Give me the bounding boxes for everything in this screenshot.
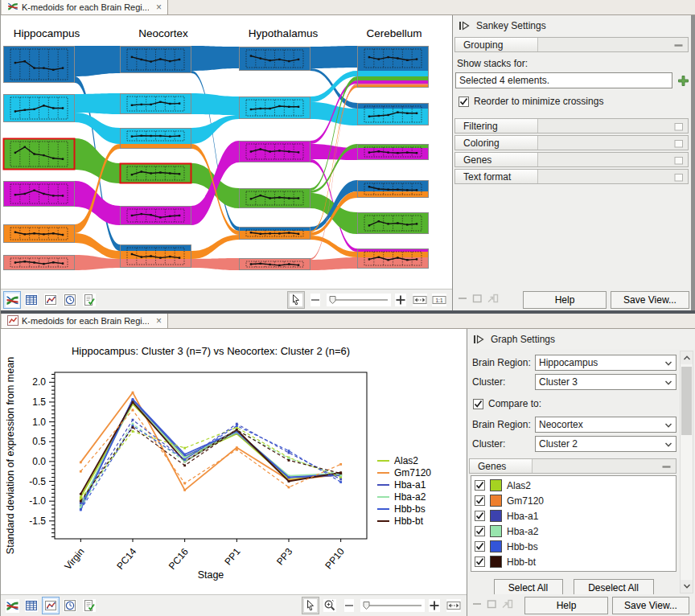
expand-icon[interactable] [674, 121, 684, 132]
collapse-icon[interactable] [673, 40, 684, 51]
close-icon[interactable]: × [156, 2, 162, 12]
expression-profile-chart[interactable]: Hippocampus: Cluster 3 (n=7) vs Neocorte… [1, 329, 467, 594]
cursor-icon[interactable] [302, 597, 319, 614]
gene-row[interactable]: Gm7120 [471, 493, 676, 508]
selected-value: Cluster 3 [539, 376, 578, 388]
sankey-view-icon[interactable] [3, 597, 21, 614]
field-label: Brain Region: [472, 419, 535, 430]
compare-checkbox-row[interactable]: Compare to: [473, 398, 695, 409]
tab-sankey-view[interactable]: K-medoids for each Brain Regi... × [1, 0, 168, 14]
x-axis-label: Stage [198, 569, 224, 581]
one-to-one-icon[interactable]: 1:1 [430, 291, 448, 309]
field-label: Cluster: [472, 438, 535, 450]
cursor-icon[interactable] [287, 291, 305, 309]
sankey-toolbar: 1:1 [1, 289, 452, 310]
sankey-link[interactable] [310, 257, 357, 270]
section-coloring[interactable]: Coloring [454, 135, 689, 150]
expand-icon[interactable] [674, 172, 684, 183]
sankey-link[interactable] [191, 235, 239, 259]
gene-checkbox[interactable] [475, 495, 485, 506]
section-label: Text format [463, 171, 511, 183]
svg-text:Virgin: Virgin [62, 546, 86, 572]
section-genes[interactable]: Genes [469, 458, 676, 474]
panel-expander-icon[interactable] [459, 21, 470, 31]
sankey-link[interactable] [310, 71, 357, 102]
gene-checkbox[interactable] [475, 556, 485, 567]
gene-row[interactable]: Hba-a2 [471, 524, 676, 539]
gene-row[interactable]: Hba-a1 [471, 508, 676, 524]
tab-graph-view[interactable]: K-medoids for each Brain Regi... × [1, 314, 168, 328]
reorder-checkbox[interactable] [459, 97, 469, 107]
gene-row[interactable]: Alas2 [471, 478, 676, 493]
gene-name: Alas2 [507, 480, 531, 491]
table-view-icon[interactable] [23, 291, 40, 309]
collapse-icon[interactable] [661, 462, 672, 472]
scroll-up-button[interactable] [681, 351, 693, 364]
plus-icon[interactable] [426, 597, 443, 614]
close-icon[interactable]: × [156, 316, 162, 326]
scrollbar-track[interactable] [681, 364, 693, 580]
save-view-button[interactable]: Save View... [611, 291, 689, 309]
plus-icon[interactable] [392, 291, 409, 309]
notes-view-icon[interactable] [80, 291, 98, 309]
stacks-selection-field[interactable]: Selected 4 elements. [455, 72, 672, 88]
save-view-button[interactable]: Save View... [612, 597, 689, 614]
gene-row[interactable]: Hbb-bs [471, 539, 676, 554]
sankey-link[interactable] [75, 138, 120, 183]
float-panel-icon [472, 294, 483, 306]
sankey-link[interactable] [310, 76, 357, 191]
sankey-tab-icon [7, 1, 19, 14]
minus-icon[interactable] [306, 291, 324, 309]
panel-scrollbar[interactable] [691, 15, 695, 310]
sankey-view-icon[interactable] [3, 291, 21, 309]
sankey-view: HippocampusNeocortexHypothalamusCerebell… [1, 15, 453, 310]
expand-icon[interactable] [674, 155, 684, 166]
form-row: Brain Region:Neocortex [472, 417, 676, 433]
section-grouping[interactable]: Grouping [454, 37, 689, 52]
reorder-checkbox-row[interactable]: Reorder to minimize crossings [459, 96, 695, 107]
expand-icon[interactable] [674, 138, 684, 149]
minus-icon[interactable] [340, 597, 358, 614]
zoom-slider[interactable] [327, 294, 391, 306]
history-view-icon[interactable] [61, 597, 79, 614]
sankey-link[interactable] [75, 93, 120, 114]
section-genes[interactable]: Genes [454, 152, 689, 167]
gene-checkbox[interactable] [475, 480, 485, 491]
gene-checkbox[interactable] [475, 511, 485, 521]
sankey-link[interactable] [191, 115, 239, 144]
panel-expander-icon[interactable] [473, 335, 484, 344]
gene-checkbox[interactable] [475, 526, 485, 536]
compare-checkbox[interactable] [473, 399, 483, 409]
fit-width-icon[interactable] [445, 597, 463, 614]
brain-region-select[interactable]: Hippocampus [535, 355, 676, 371]
help-button[interactable]: Help [523, 291, 607, 309]
chevron-down-icon [664, 380, 672, 386]
brain-region-select[interactable]: Neocortex [535, 417, 676, 433]
sankey-link[interactable] [191, 46, 239, 71]
chart-title: Hippocampus: Cluster 3 (n=7) vs Neocorte… [72, 345, 350, 357]
add-selection-button[interactable] [676, 74, 689, 87]
gene-row[interactable]: Hbb-bt [471, 554, 676, 569]
fit-width-icon[interactable] [411, 291, 429, 309]
zoom-in-icon[interactable] [321, 597, 339, 614]
graph-view-icon[interactable] [42, 597, 60, 614]
section-filtering[interactable]: Filtering [454, 118, 689, 133]
cluster-select[interactable]: Cluster 2 [535, 436, 676, 452]
settings-scrollbar[interactable] [680, 351, 693, 593]
zoom-slider[interactable] [360, 599, 425, 612]
sankey-link[interactable] [191, 258, 239, 270]
scroll-down-button[interactable] [681, 580, 693, 593]
scroll-thumb[interactable] [681, 367, 692, 435]
history-view-icon[interactable] [61, 291, 79, 309]
notes-view-icon[interactable] [80, 597, 98, 614]
cluster-select[interactable]: Cluster 3 [535, 374, 676, 390]
graph-view-icon[interactable] [42, 291, 60, 309]
sankey-link[interactable] [310, 46, 357, 68]
gene-checkbox[interactable] [475, 541, 485, 552]
section-text-format[interactable]: Text format [454, 169, 689, 184]
help-button[interactable]: Help [524, 597, 608, 614]
sankey-diagram[interactable]: HippocampusNeocortexHypothalamusCerebell… [1, 15, 452, 289]
table-view-icon[interactable] [23, 597, 40, 614]
sankey-link[interactable] [75, 46, 120, 76]
sankey-link[interactable] [191, 93, 239, 115]
